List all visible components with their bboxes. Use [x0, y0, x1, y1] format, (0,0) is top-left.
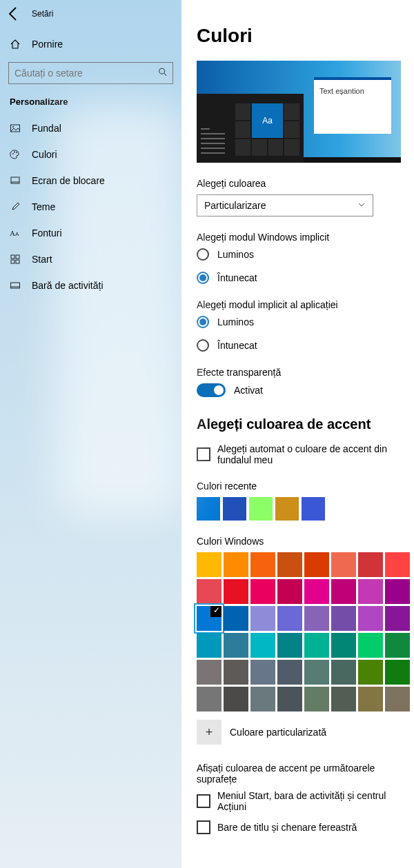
search-input[interactable] — [8, 62, 173, 84]
windows-color-swatch[interactable] — [304, 633, 329, 658]
windows-color-swatch[interactable] — [224, 633, 248, 658]
windows-color-swatch[interactable] — [331, 552, 356, 577]
nav-item-start[interactable]: Start — [0, 246, 181, 272]
windows-color-swatch[interactable] — [197, 606, 221, 631]
svg-rect-15 — [11, 283, 20, 288]
windows-color-swatch[interactable] — [304, 660, 329, 685]
app-mode-light[interactable]: Luminos — [197, 316, 407, 328]
windows-color-swatch[interactable] — [331, 579, 356, 604]
windows-color-swatch[interactable] — [250, 660, 275, 685]
home-icon — [10, 39, 22, 50]
windows-color-swatch[interactable] — [224, 579, 248, 604]
windows-color-swatch[interactable] — [250, 552, 275, 577]
windows-color-swatch[interactable] — [385, 660, 410, 685]
nav-item-taskbar[interactable]: Bară de activități — [0, 272, 181, 299]
windows-mode-light[interactable]: Luminos — [197, 248, 407, 261]
windows-color-swatch[interactable] — [277, 633, 302, 658]
windows-color-swatch[interactable] — [304, 552, 329, 577]
windows-color-swatch[interactable] — [358, 606, 383, 631]
nav-item-themes[interactable]: Teme — [0, 194, 181, 220]
windows-color-swatch[interactable] — [277, 606, 302, 631]
windows-color-swatch[interactable] — [197, 687, 221, 711]
windows-colors-label: Culori Windows — [197, 536, 407, 547]
recent-color-swatch[interactable] — [302, 497, 325, 521]
app-mode-dark[interactable]: Întunecat — [197, 339, 407, 352]
windows-color-swatch[interactable] — [277, 687, 302, 711]
nav-item-lockscreen[interactable]: Ecran de blocare — [0, 168, 181, 194]
recent-color-swatch[interactable] — [197, 497, 220, 521]
windows-color-swatch[interactable] — [224, 687, 248, 711]
svg-point-4 — [12, 153, 14, 154]
preview-aa-tile: Aa — [252, 103, 284, 138]
windows-color-swatch[interactable] — [197, 633, 221, 658]
app-title: Setări — [32, 9, 53, 19]
windows-color-swatch[interactable] — [304, 606, 329, 631]
windows-color-swatch[interactable] — [385, 579, 410, 604]
transparency-toggle[interactable] — [197, 383, 226, 397]
windows-color-swatch[interactable] — [277, 579, 302, 604]
home-button[interactable]: Pornire — [0, 32, 181, 57]
picture-icon — [10, 123, 22, 134]
palette-icon — [10, 149, 22, 160]
windows-color-swatch[interactable] — [197, 579, 221, 604]
windows-color-swatch[interactable] — [304, 687, 329, 711]
svg-rect-11 — [11, 255, 14, 259]
windows-color-swatch[interactable] — [197, 552, 221, 577]
nav-item-label: Start — [32, 254, 52, 265]
recent-color-swatch[interactable] — [223, 497, 246, 521]
surfaces-label: Afișați culoarea de accent pe următoarel… — [197, 763, 407, 785]
windows-mode-dark[interactable]: Întunecat — [197, 272, 407, 284]
checkbox-icon — [197, 794, 210, 808]
nav-item-label: Teme — [32, 201, 55, 212]
windows-color-swatch[interactable] — [385, 606, 410, 631]
windows-color-swatch[interactable] — [224, 660, 248, 685]
radio-icon — [197, 272, 209, 284]
recent-color-swatch[interactable] — [275, 497, 299, 521]
nav-item-label: Fundal — [32, 123, 61, 134]
nav-item-colors[interactable]: Culori — [0, 141, 181, 168]
custom-color-label: Culoare particularizată — [230, 727, 326, 738]
windows-color-swatch[interactable] — [385, 552, 410, 577]
windows-color-swatch[interactable] — [277, 552, 302, 577]
nav-item-label: Bară de activități — [32, 280, 103, 291]
windows-color-swatch[interactable] — [304, 579, 329, 604]
windows-color-swatch[interactable] — [331, 633, 356, 658]
svg-line-1 — [164, 73, 167, 76]
windows-color-swatch[interactable] — [197, 660, 221, 685]
back-button[interactable] — [6, 6, 22, 22]
recent-color-swatch[interactable] — [249, 497, 273, 521]
windows-color-swatch[interactable] — [358, 687, 383, 711]
surface-start-checkbox[interactable]: Meniul Start, bara de activități și cent… — [197, 790, 407, 812]
nav-item-fonts[interactable]: AA Fonturi — [0, 220, 181, 246]
windows-color-swatch[interactable] — [358, 633, 383, 658]
auto-accent-checkbox[interactable]: Alegeți automat o culoare de accent din … — [197, 443, 407, 465]
windows-color-swatch[interactable] — [331, 687, 356, 711]
windows-color-swatch[interactable] — [250, 633, 275, 658]
windows-color-swatch[interactable] — [250, 579, 275, 604]
windows-color-swatch[interactable] — [358, 552, 383, 577]
content-pane: Culori Aa Text eșantion Alegeți culoarea… — [181, 0, 414, 868]
windows-color-swatch[interactable] — [250, 687, 275, 711]
windows-color-swatch[interactable] — [358, 579, 383, 604]
choose-color-dropdown[interactable]: Particularizare — [197, 194, 373, 216]
windows-color-swatch[interactable] — [385, 687, 410, 711]
radio-label: Întunecat — [217, 272, 257, 283]
home-label: Pornire — [32, 39, 63, 50]
windows-color-swatch[interactable] — [250, 606, 275, 631]
dropdown-value: Particularizare — [204, 200, 266, 211]
checkbox-icon — [197, 447, 210, 461]
nav-item-label: Fonturi — [32, 228, 62, 239]
checkbox-label: Alegeți automat o culoare de accent din … — [217, 443, 407, 465]
windows-color-swatch[interactable] — [385, 633, 410, 658]
windows-color-swatch[interactable] — [224, 606, 248, 631]
windows-color-swatch[interactable] — [358, 660, 383, 685]
windows-color-swatch[interactable] — [331, 606, 356, 631]
windows-color-swatch[interactable] — [224, 552, 248, 577]
custom-color-button[interactable]: + — [197, 720, 221, 745]
surface-titlebar-checkbox[interactable]: Bare de titlu și chenare fereastră — [197, 820, 407, 834]
nav-item-background[interactable]: Fundal — [0, 115, 181, 141]
chevron-down-icon — [357, 200, 366, 211]
windows-color-swatch[interactable] — [331, 660, 356, 685]
windows-color-swatch[interactable] — [277, 660, 302, 685]
search-box[interactable] — [8, 62, 173, 84]
